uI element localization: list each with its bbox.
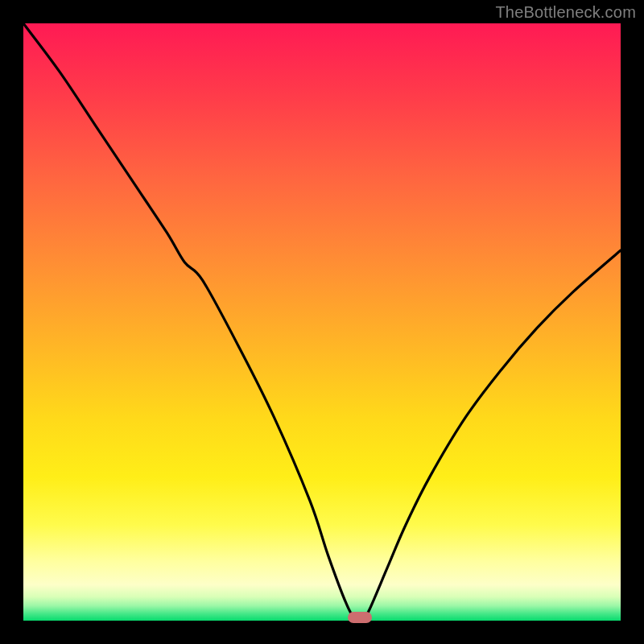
chart-frame: TheBottleneck.com xyxy=(0,0,644,644)
attribution-label: TheBottleneck.com xyxy=(495,3,636,22)
bottleneck-curve xyxy=(23,23,621,621)
plot-area xyxy=(23,23,621,621)
curve-path xyxy=(23,23,621,619)
minimum-marker xyxy=(348,612,372,623)
